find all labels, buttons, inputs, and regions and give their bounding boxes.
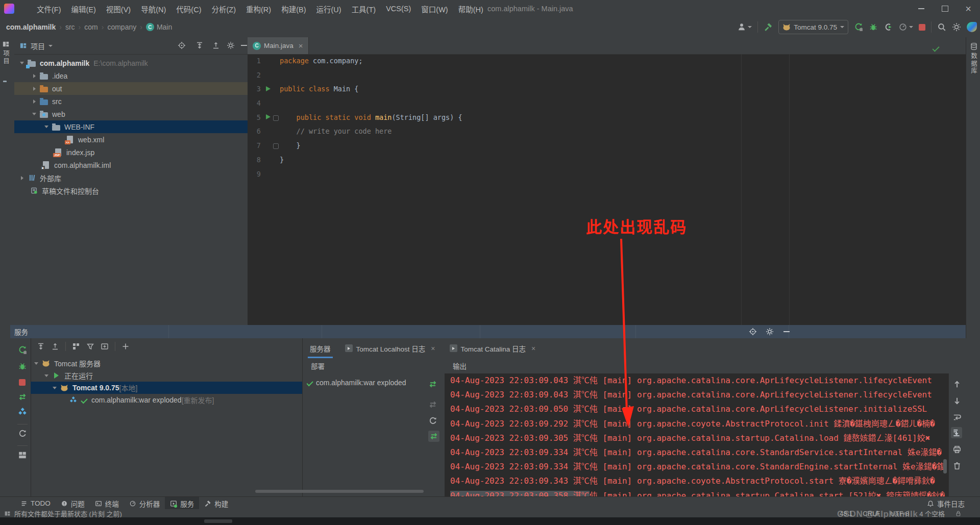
collapse-all-button[interactable] [51,342,59,351]
tree-row-external-libraries[interactable]: 外部库 [17,171,248,184]
indent-setting[interactable]: 4 个空格 [919,509,945,518]
add-service-button[interactable] [121,342,130,351]
expand-all-button[interactable] [37,342,45,351]
locate-file-button[interactable] [178,41,186,49]
panel-settings-gear-icon[interactable] [227,41,235,49]
code-line[interactable]: 5 public static void main(String[] args)… [248,111,966,125]
toolwindow-build[interactable]: 构建 [199,497,233,510]
deploy-button[interactable] [18,392,27,402]
menu-run[interactable]: 运行(U) [311,4,346,14]
clear-trash-icon[interactable] [952,461,962,470]
stop-button[interactable] [919,24,925,31]
project-panel-title[interactable]: 项目 [31,41,45,51]
hide-panel-button[interactable] [241,45,247,46]
run-class-gutter-icon[interactable] [266,86,271,91]
menu-help[interactable]: 帮助(H) [453,4,488,14]
code-line[interactable]: 3public class Main { [248,82,966,96]
horizontal-scrollbar[interactable] [255,490,424,493]
debug-button[interactable] [869,22,878,32]
services-row-tomcat-9075[interactable]: Tomcat 9.0.75 [本地] [31,382,302,394]
chevron-down-icon[interactable] [50,387,59,389]
collapse-all-button[interactable] [212,41,220,49]
code-line[interactable]: 1package com.company; [248,54,966,68]
print-icon[interactable] [952,445,962,454]
run-main-gutter-icon[interactable] [266,114,271,119]
code-line[interactable]: 7 } [248,139,966,153]
services-row-war-exploded[interactable]: com.alphamilk:war exploded [重新发布] [31,394,302,406]
tree-row-idea[interactable]: .idea [30,69,248,82]
settings-gear-button[interactable] [952,22,961,32]
chevron-down-icon[interactable] [32,362,41,365]
toolwindow-event-log[interactable]: 事件日志 [927,498,965,509]
hot-swap-button-active[interactable] [428,431,439,442]
profile-button[interactable] [737,22,752,32]
tab-server[interactable]: 服务器 [303,338,338,358]
rerun-server-button[interactable] [18,345,27,355]
toolwindow-profiler[interactable]: 分析器 [124,497,165,510]
run-configuration-select[interactable]: Tomcat 9.0.75 [778,20,848,34]
code-line[interactable]: 9 [248,167,966,182]
fold-marker-icon[interactable] [273,115,279,121]
soft-wrap-icon[interactable] [952,413,962,422]
code-line[interactable]: 2 [248,68,966,83]
filter-button[interactable] [86,342,94,351]
ide-colorful-icon[interactable] [967,22,977,32]
chevron-down-icon[interactable] [30,113,39,115]
breadcrumb-main[interactable]: Main [157,23,172,31]
chevron-right-icon[interactable] [17,176,27,180]
maximize-button[interactable] [933,0,957,17]
menu-view[interactable]: 视图(V) [101,4,136,14]
services-row-running[interactable]: 正在运行 [31,369,302,382]
menu-analyze[interactable]: 分析(Z) [206,4,241,14]
fold-marker-icon[interactable] [273,143,279,149]
menu-file[interactable]: 文件(F) [32,4,66,14]
tree-row-out[interactable]: out [14,82,248,95]
tree-row-project-root[interactable]: com.alphamilk E:\com.alphamilk [17,57,248,69]
refresh-button[interactable] [18,429,27,438]
stripe-tab-database[interactable]: 数据库 [969,42,978,75]
rerun-server-button[interactable] [854,22,863,32]
tab-close-icon[interactable]: × [431,344,435,353]
tab-tomcat-localhost-log[interactable]: Tomcat Localhost 日志 × [338,338,443,358]
menu-vcs[interactable]: VCS(S) [381,5,416,13]
scroll-to-end-button-active[interactable] [951,427,962,438]
search-everywhere-button[interactable] [937,22,946,32]
minimize-button[interactable] [910,0,933,17]
toolwindow-terminal[interactable]: 终端 [90,497,124,510]
tree-row-web-xml[interactable]: <> web.xml [65,133,248,146]
stop-server-button[interactable] [19,379,26,386]
deploy-swap-icon[interactable] [428,380,437,389]
menu-edit[interactable]: 编辑(E) [66,4,101,14]
next-message-down-icon[interactable] [952,396,962,406]
chevron-right-icon[interactable] [30,99,39,104]
profiler-button[interactable] [898,22,913,32]
build-hammer-icon[interactable] [764,22,773,32]
artifact-diamonds-icon[interactable] [18,408,27,417]
console-vertical-scrollbar[interactable] [943,459,947,473]
tree-row-iml[interactable]: ■ com.alphamilk.iml [41,159,248,171]
tab-main-java[interactable]: C Main.java × [248,37,309,54]
expand-all-button[interactable] [195,41,204,49]
panel-settings-gear-icon[interactable] [766,328,774,336]
dashboard-layout-button[interactable] [18,451,27,460]
locate-button[interactable] [749,328,757,336]
toolwindow-services[interactable]: 服务 [165,497,199,510]
code-line[interactable]: 4 [248,96,966,111]
deployment-item[interactable]: com.alphamilk:war exploded [307,379,414,387]
layout-status-icon[interactable] [4,510,11,517]
run-with-coverage-button[interactable] [884,22,893,32]
hide-panel-button[interactable] [783,331,790,332]
breadcrumb-company[interactable]: company [107,23,136,31]
add-frame-button[interactable] [101,342,109,351]
toolwindow-problems[interactable]: 问题 [56,497,90,510]
stripe-tab-project[interactable]: 项目 [1,40,11,65]
breadcrumb-src[interactable]: src [65,23,75,31]
chevron-down-icon[interactable] [17,62,27,64]
code-line[interactable]: 8} [248,153,966,167]
tree-row-src[interactable]: src [30,95,248,108]
chevron-right-icon[interactable] [30,87,39,91]
lock-icon[interactable] [955,510,962,517]
chevron-right-icon[interactable] [30,74,39,78]
breadcrumb-project[interactable]: com.alphamilk [6,23,56,31]
toolwindow-todo[interactable]: TODO [15,497,56,510]
